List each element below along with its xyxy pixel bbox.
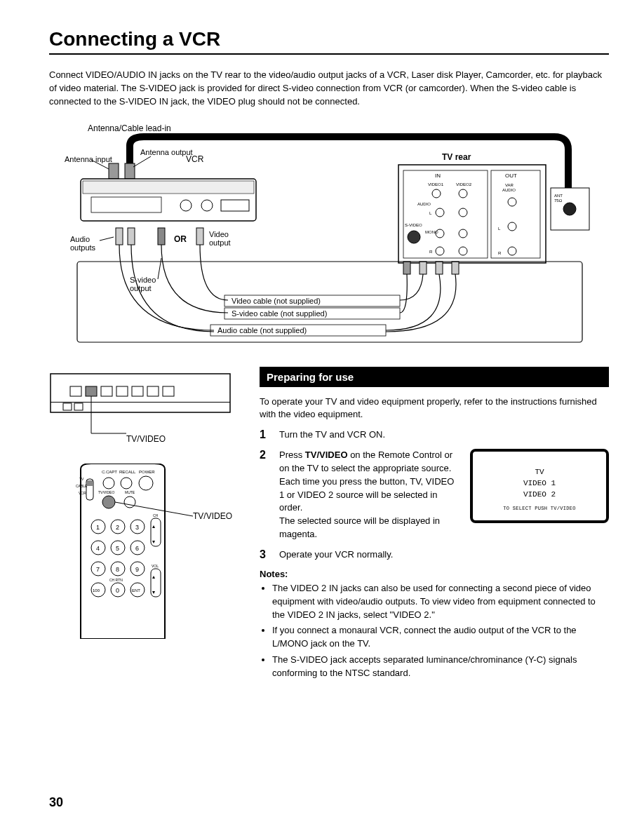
svg-text:TV/VIDEO: TV/VIDEO <box>98 490 114 494</box>
label-video-cable: Video cable (not supplied) <box>232 297 321 305</box>
svg-rect-39 <box>452 262 459 274</box>
svg-point-57 <box>103 478 114 489</box>
tv-screen-display: TV VIDEO 1 VIDEO 2 TO SELECT PUSH TV/VID… <box>470 449 609 523</box>
svg-rect-49 <box>116 386 128 396</box>
step-3-text: Operate your VCR normally. <box>279 548 609 562</box>
intro-paragraph: Connect VIDEO/AUDIO IN jacks on the TV r… <box>49 69 609 109</box>
screen-footer: TO SELECT PUSH TV/VIDEO <box>480 505 599 512</box>
svg-text:RECALL: RECALL <box>119 470 136 474</box>
svg-point-69 <box>124 496 135 508</box>
svg-rect-36 <box>403 262 410 274</box>
svg-text:▴: ▴ <box>152 523 155 529</box>
screen-line-video1: VIDEO 1 <box>480 478 599 489</box>
step-3: 3 Operate your VCR normally. <box>260 548 609 562</box>
svg-text:▴: ▴ <box>152 574 155 580</box>
notes-list: The VIDEO 2 IN jacks can also be used fo… <box>260 582 609 680</box>
svg-text:ENT: ENT <box>132 588 140 593</box>
svg-text:TV: TV <box>79 477 84 481</box>
step-1-text: Turn the TV and VCR ON. <box>279 428 609 442</box>
svg-text:9: 9 <box>135 566 139 573</box>
step-1: 1 Turn the TV and VCR ON. <box>260 428 609 442</box>
svg-point-21 <box>408 231 420 243</box>
note-item: The S-VIDEO jack accepts separated lumin… <box>272 654 609 680</box>
prep-intro: To operate your TV and video equipment p… <box>260 396 609 422</box>
svg-rect-7 <box>91 197 161 212</box>
note-item: The VIDEO 2 IN jacks can also be used fo… <box>272 582 609 622</box>
label-tv-rear: TV rear <box>442 152 471 162</box>
svg-rect-47 <box>86 386 97 396</box>
svg-text:▾: ▾ <box>152 589 155 595</box>
svg-text:0: 0 <box>116 587 119 594</box>
svg-text:R: R <box>498 251 502 255</box>
svg-text:POWER: POWER <box>139 470 155 474</box>
tvvideo-remote-label: TV/VIDEO <box>193 511 232 521</box>
label-vcr: VCR <box>186 154 204 164</box>
svg-rect-48 <box>101 386 112 396</box>
label-audio-cable: Audio cable (not supplied) <box>217 326 307 335</box>
svg-text:VCR: VCR <box>79 491 86 495</box>
svg-rect-64 <box>87 480 93 486</box>
svg-text:CH RTN: CH RTN <box>109 578 123 582</box>
svg-point-35 <box>563 203 576 215</box>
svg-text:2: 2 <box>116 524 119 531</box>
svg-point-58 <box>121 478 132 489</box>
svg-rect-12 <box>128 228 135 245</box>
svg-text:8: 8 <box>116 566 119 573</box>
tv-panel-illustration: TV/VIDEO <box>49 367 246 444</box>
svg-rect-50 <box>132 386 143 396</box>
label-in: IN <box>435 173 441 179</box>
svg-text:MUTE: MUTE <box>125 490 135 494</box>
svg-text:CABLE: CABLE <box>76 484 88 488</box>
label-antenna-leadin: Antenna/Cable lead-in <box>88 123 171 133</box>
svg-rect-11 <box>116 228 123 245</box>
svg-rect-53 <box>63 403 72 410</box>
step-2-text: Press TV/VIDEO on the Remote Control or … <box>279 449 456 541</box>
svg-text:7: 7 <box>96 566 100 573</box>
svg-text:C.CAPT: C.CAPT <box>102 470 117 474</box>
svg-text:▾: ▾ <box>152 539 155 545</box>
label-video-output: Video output <box>209 230 231 247</box>
remote-illustration: C.CAPT RECALL POWER TV CABLE VCR TV/VIDE… <box>49 464 246 642</box>
svg-rect-52 <box>163 386 174 396</box>
svg-rect-46 <box>70 386 81 396</box>
svg-text:CH: CH <box>153 513 159 518</box>
label-video2: VIDEO2 <box>456 182 472 187</box>
svg-rect-14 <box>158 228 165 245</box>
svg-rect-1 <box>109 163 119 179</box>
label-antenna-output: Antenna output <box>140 148 193 156</box>
svg-rect-38 <box>436 262 443 274</box>
svg-rect-51 <box>147 386 159 396</box>
svg-text:100: 100 <box>93 588 100 593</box>
svg-rect-2 <box>125 163 135 179</box>
svg-rect-6 <box>83 181 254 194</box>
svg-point-59 <box>139 476 153 490</box>
section-header: Preparing for use <box>260 367 609 387</box>
svg-text:1: 1 <box>96 524 100 531</box>
page-title: Connecting a VCR <box>49 28 609 55</box>
label-out: OUT <box>505 173 517 179</box>
svg-text:VOL: VOL <box>152 564 159 568</box>
label-video1: VIDEO1 <box>428 182 444 187</box>
svg-text:4: 4 <box>96 545 100 552</box>
svg-rect-37 <box>420 262 427 274</box>
svg-rect-17 <box>398 165 546 263</box>
label-svideo: S-VIDEO <box>405 223 422 227</box>
page-number: 30 <box>49 795 63 810</box>
screen-line-video2: VIDEO 2 <box>480 489 599 501</box>
note-item: If you connect a monaural VCR, connect t… <box>272 624 609 651</box>
label-svideo-output: S-video output <box>130 276 158 292</box>
label-or: OR <box>174 234 187 244</box>
label-r: R <box>429 250 433 254</box>
screen-line-tv: TV <box>480 467 599 478</box>
step-2: 2 Press TV/VIDEO on the Remote Control o… <box>260 449 456 541</box>
label-antenna-input: Antenna input <box>65 155 112 163</box>
svg-text:6: 6 <box>135 545 139 552</box>
svg-rect-15 <box>196 228 203 245</box>
notes-heading: Notes: <box>260 569 609 579</box>
svg-line-4 <box>133 156 151 167</box>
svg-text:5: 5 <box>116 545 119 552</box>
connection-diagram: Antenna/Cable lead-in Antenna input Ante… <box>49 121 609 353</box>
svg-point-68 <box>102 496 115 508</box>
svg-line-13 <box>100 237 114 241</box>
svg-text:3: 3 <box>135 524 139 531</box>
